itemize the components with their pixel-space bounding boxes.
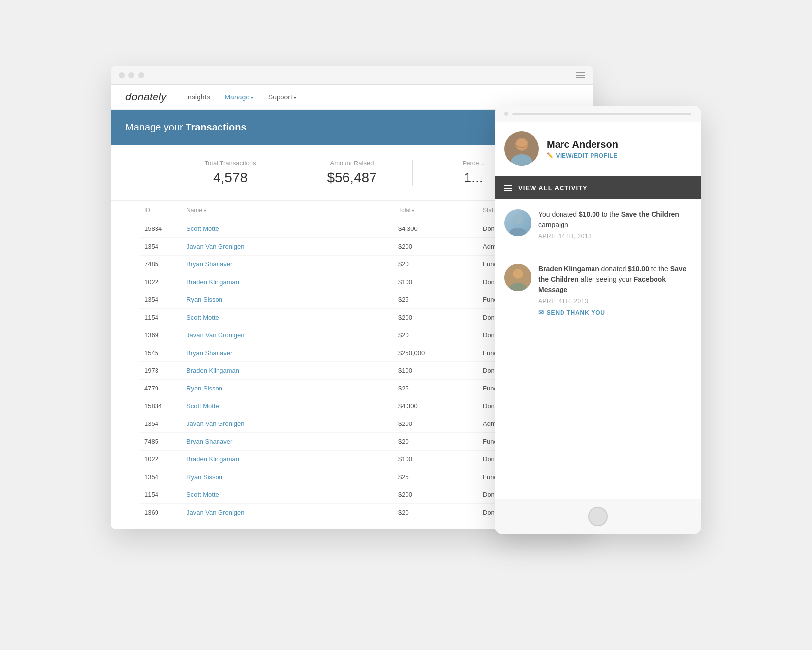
- mobile-home-area: [495, 499, 701, 534]
- avatar: [504, 131, 539, 166]
- hamburger-icon: [504, 185, 512, 191]
- cell-name: Braden Klingaman: [183, 273, 394, 291]
- cell-id: 4779: [140, 380, 183, 397]
- activity-item-1: You donated $10.00 to the Save the Child…: [495, 199, 701, 254]
- view-all-activity-button[interactable]: VIEW ALL ACTIVITY: [495, 176, 701, 199]
- browser-menu-icon: [576, 72, 585, 78]
- stat-total-value: 4,578: [180, 170, 281, 186]
- cell-name: Bryan Shanaver: [183, 256, 394, 273]
- activity-button-label: VIEW ALL ACTIVITY: [518, 184, 588, 192]
- donor-link[interactable]: Ryan Sisson: [187, 296, 222, 303]
- cell-name: Javan Van Gronigen: [183, 415, 394, 433]
- col-header-id[interactable]: ID: [140, 201, 183, 220]
- profile-name: Marc Anderson: [547, 139, 691, 150]
- page-header-prefix: Manage your: [125, 122, 186, 132]
- stat-amount-value: $56,487: [301, 170, 403, 186]
- cell-name: Braden Klingaman: [183, 451, 394, 468]
- browser-dot-red: [119, 72, 125, 78]
- cell-total: $250,000: [394, 344, 479, 362]
- cell-total: $20: [394, 326, 479, 344]
- cell-name: Scott Motte: [183, 397, 394, 415]
- cell-total: $20: [394, 256, 479, 273]
- cell-total: $200: [394, 238, 479, 256]
- activity-item-2: Braden Klingaman donated $10.00 to the S…: [495, 254, 701, 326]
- cell-name: Bryan Shanaver: [183, 433, 394, 451]
- activity-avatar-svg-1: [504, 209, 531, 236]
- donor-link[interactable]: Braden Klingaman: [187, 455, 239, 463]
- mobile-status-dot: [504, 112, 508, 116]
- browser-dot-green: [138, 72, 144, 78]
- activity-avatar-2: [504, 264, 531, 291]
- donor-link[interactable]: Scott Motte: [187, 402, 219, 410]
- nav-insights[interactable]: Insights: [186, 93, 210, 101]
- col-header-total[interactable]: Total: [394, 201, 479, 220]
- donor-link[interactable]: Javan Van Gronigen: [187, 243, 245, 250]
- cell-name: Braden Klingaman: [183, 362, 394, 380]
- donor-link[interactable]: Braden Klingaman: [187, 278, 239, 286]
- cell-id: 1354: [140, 291, 183, 309]
- cell-id: 1369: [140, 326, 183, 344]
- donor-link[interactable]: Javan Van Gronigen: [187, 509, 245, 516]
- cell-name: Scott Motte: [183, 486, 394, 504]
- cell-total: $200: [394, 415, 479, 433]
- activity-content-1: You donated $10.00 to the Save the Child…: [538, 209, 691, 244]
- page-header-bold: Transactions: [186, 122, 246, 132]
- donor-link[interactable]: Braden Klingaman: [187, 367, 239, 374]
- cell-total: $25: [394, 380, 479, 397]
- email-icon: ✉: [538, 309, 544, 316]
- cell-total: $20: [394, 433, 479, 451]
- activity-content-2: Braden Klingaman donated $10.00 to the S…: [538, 264, 691, 316]
- donor-link[interactable]: Ryan Sisson: [187, 473, 222, 481]
- donor-link[interactable]: Javan Van Gronigen: [187, 420, 245, 427]
- browser-dot-yellow: [128, 72, 134, 78]
- donor-link[interactable]: Bryan Shanaver: [187, 260, 232, 268]
- cell-id: 7485: [140, 256, 183, 273]
- cell-name: Javan Van Gronigen: [183, 326, 394, 344]
- activity-date-1: APRIL 14TH, 2013: [538, 233, 691, 240]
- browser-chrome: [111, 66, 593, 85]
- cell-name: Javan Van Gronigen: [183, 238, 394, 256]
- cell-id: 1369: [140, 504, 183, 521]
- mobile-panel: Marc Anderson ✏️ VIEW/EDIT PROFILE VIEW …: [495, 106, 701, 534]
- mobile-status-line: [512, 113, 691, 115]
- nav-manage[interactable]: Manage: [224, 93, 253, 101]
- cell-name: Ryan Sisson: [183, 468, 394, 486]
- cell-name: Scott Motte: [183, 220, 394, 238]
- stat-total-transactions: Total Transactions 4,578: [170, 160, 291, 186]
- activity-text-2: Braden Klingaman donated $10.00 to the S…: [538, 264, 691, 295]
- activity-avatar-1: [504, 209, 531, 236]
- cell-id: 1545: [140, 344, 183, 362]
- profile-edit-label: VIEW/EDIT PROFILE: [556, 152, 618, 159]
- donor-link[interactable]: Scott Motte: [187, 225, 219, 232]
- cell-id: 1154: [140, 486, 183, 504]
- cell-id: 1354: [140, 468, 183, 486]
- cell-id: 7485: [140, 433, 183, 451]
- profile-info: Marc Anderson ✏️ VIEW/EDIT PROFILE: [547, 139, 691, 159]
- cell-name: Bryan Shanaver: [183, 344, 394, 362]
- pencil-icon: ✏️: [547, 152, 554, 159]
- cell-id: 1154: [140, 309, 183, 326]
- nav-support[interactable]: Support: [268, 93, 296, 101]
- donor-link[interactable]: Scott Motte: [187, 491, 219, 498]
- scene: donately Insights Manage Support Manage …: [111, 66, 701, 584]
- activity-date-2: April 4th, 2013: [538, 298, 691, 305]
- cell-id: 1973: [140, 362, 183, 380]
- cell-total: $100: [394, 273, 479, 291]
- nav-links: Insights Manage Support: [186, 93, 296, 101]
- donor-link[interactable]: Scott Motte: [187, 314, 219, 321]
- send-thank-you-label: SEND THANK YOU: [547, 309, 605, 316]
- cell-total: $25: [394, 291, 479, 309]
- send-thank-you-button[interactable]: ✉ SEND THANK YOU: [538, 309, 691, 316]
- stat-amount-label: Amount Raised: [301, 160, 403, 167]
- mobile-status-bar: [495, 106, 701, 122]
- profile-edit-link[interactable]: ✏️ VIEW/EDIT PROFILE: [547, 152, 691, 159]
- col-header-name[interactable]: Name: [183, 201, 394, 220]
- donor-link[interactable]: Bryan Shanaver: [187, 349, 232, 357]
- cell-id: 1354: [140, 415, 183, 433]
- activity-avatar-svg-2: [504, 264, 531, 291]
- home-button[interactable]: [588, 507, 608, 526]
- donor-link[interactable]: Javan Van Gronigen: [187, 331, 245, 339]
- donor-link[interactable]: Ryan Sisson: [187, 385, 222, 392]
- cell-total: $100: [394, 362, 479, 380]
- donor-link[interactable]: Bryan Shanaver: [187, 438, 232, 445]
